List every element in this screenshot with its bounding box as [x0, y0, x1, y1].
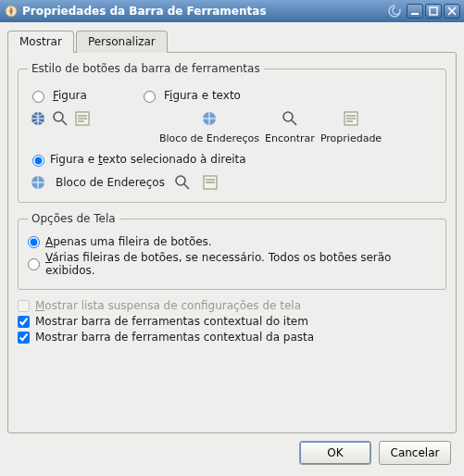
- app-icon: [4, 4, 19, 19]
- magnifier-icon: [280, 108, 300, 129]
- radio-multi-row-label: Várias fileiras de botões, se necessário…: [45, 251, 436, 277]
- radio-figure-text-right-input[interactable]: [32, 155, 44, 167]
- dialog-button-bar: OK Cancelar: [7, 433, 457, 469]
- radio-figure-input[interactable]: [32, 91, 44, 103]
- globe-icon: [28, 108, 48, 129]
- ok-button[interactable]: OK: [299, 441, 371, 465]
- tab-show[interactable]: Mostrar: [7, 31, 74, 53]
- preview-find-label: Encontrar: [265, 132, 315, 144]
- check-dropdown-label: Mostrar lista suspensa de configurações …: [35, 299, 301, 312]
- maximize-button[interactable]: [425, 4, 442, 19]
- tab-panel-show: Estilo de botões da barra de ferramentas…: [7, 52, 457, 433]
- check-item-context-input[interactable]: [18, 316, 30, 328]
- preview-addr2-label: Bloco de Endereços: [56, 176, 165, 189]
- svg-line-19: [184, 184, 189, 189]
- magnifier-icon: [172, 172, 193, 193]
- svg-rect-1: [411, 13, 419, 15]
- globe-icon: [28, 172, 48, 193]
- svg-point-18: [176, 176, 185, 185]
- preview-addr: Bloco de Endereços: [159, 108, 259, 144]
- radio-figure-and-text-input[interactable]: [144, 91, 156, 103]
- screen-options-group: Opções de Tela Apenas uma fileira de bot…: [18, 212, 446, 290]
- close-button[interactable]: [444, 4, 460, 19]
- globe-icon: [199, 108, 219, 129]
- preview-figure-only: [28, 108, 93, 129]
- preview-find: Encontrar: [265, 108, 315, 144]
- preview-props: Propriedade: [320, 108, 382, 144]
- screen-options-legend: Opções de Tela: [28, 212, 119, 225]
- tab-customize-label: Personalizar: [88, 35, 156, 48]
- tab-show-label: Mostrar: [19, 35, 62, 48]
- dialog-content: Mostrar Personalizar Estilo de botões da…: [0, 22, 464, 476]
- radio-multi-row[interactable]: Várias fileiras de botões, se necessário…: [28, 251, 436, 277]
- radio-single-row[interactable]: Apenas uma fileira de botões.: [28, 235, 436, 248]
- check-folder-context-input[interactable]: [18, 332, 30, 344]
- check-dropdown: Mostrar lista suspensa de configurações …: [18, 299, 446, 312]
- radio-figure-text-right-label: Figura e texto selecionado à direita: [50, 153, 246, 166]
- sheet-icon: [200, 172, 220, 193]
- sheet-icon: [72, 108, 93, 129]
- svg-point-4: [54, 112, 63, 121]
- tab-bar: Mostrar Personalizar: [7, 30, 457, 52]
- preview-addr-label: Bloco de Endereços: [159, 132, 259, 144]
- check-folder-context[interactable]: Mostrar barra de ferramentas contextual …: [18, 331, 446, 344]
- svg-point-11: [283, 112, 293, 121]
- window-title: Propriedades da Barra de Ferramentas: [22, 5, 384, 18]
- cancel-button[interactable]: Cancelar: [379, 441, 451, 465]
- minimize-button[interactable]: [407, 4, 423, 19]
- radio-single-row-label: Apenas uma fileira de botões.: [45, 235, 212, 248]
- radio-figure-label: Figura: [53, 89, 87, 102]
- svg-rect-2: [430, 7, 437, 15]
- branding-swirl-icon: [386, 3, 403, 19]
- svg-line-12: [292, 120, 296, 125]
- check-dropdown-input: [18, 300, 30, 312]
- radio-figure[interactable]: Figura: [28, 88, 130, 103]
- svg-line-5: [62, 120, 67, 125]
- radio-figure-and-text[interactable]: Figura e texto: [139, 88, 241, 103]
- radio-multi-row-input[interactable]: [28, 258, 40, 270]
- toolbar-style-group: Estilo de botões da barra de ferramentas…: [18, 62, 446, 203]
- toolbar-style-legend: Estilo de botões da barra de ferramentas: [28, 62, 264, 75]
- check-item-context-label: Mostrar barra de ferramentas contextual …: [35, 315, 308, 328]
- preview-figure-text-right: Bloco de Endereços: [28, 172, 436, 193]
- radio-figure-and-text-label: Figura e texto: [164, 89, 241, 102]
- check-folder-context-label: Mostrar barra de ferramentas contextual …: [35, 331, 314, 344]
- preview-props-label: Propriedade: [320, 132, 382, 144]
- magnifier-icon: [50, 108, 70, 129]
- tab-customize[interactable]: Personalizar: [76, 31, 168, 53]
- check-item-context[interactable]: Mostrar barra de ferramentas contextual …: [18, 315, 446, 328]
- radio-figure-text-right[interactable]: Figura e texto selecionado à direita: [28, 152, 436, 167]
- style-preview-row: Bloco de Endereços Encontrar Propriedade: [28, 108, 436, 144]
- sheet-icon: [341, 108, 361, 129]
- radio-single-row-input[interactable]: [28, 236, 40, 248]
- titlebar: Propriedades da Barra de Ferramentas: [0, 0, 464, 22]
